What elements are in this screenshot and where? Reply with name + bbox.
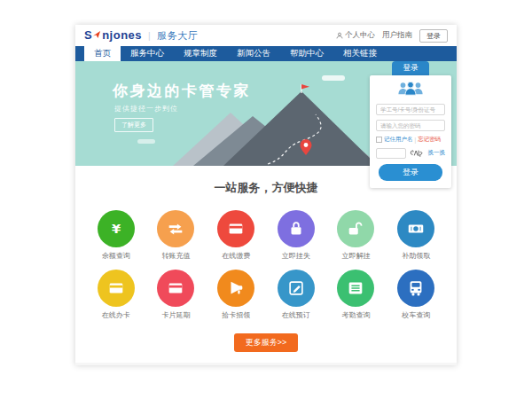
more-services-wrap: 更多服务>>: [75, 332, 457, 352]
logo-arrow-icon: [93, 31, 101, 39]
user-guide-label: 用户指南: [382, 30, 412, 41]
password-input[interactable]: [376, 120, 445, 131]
personal-center-label: 个人中心: [345, 30, 375, 41]
service-item-6[interactable]: 在线办卡: [86, 270, 146, 320]
header-right: 个人中心 用户指南 登录: [336, 29, 448, 43]
service-item-9[interactable]: 在线预订: [266, 270, 326, 320]
service-item-8[interactable]: 拾卡招领: [206, 270, 266, 320]
bus-icon: [397, 270, 434, 307]
service-label: 立即挂失: [266, 251, 326, 261]
announcements-section: 活动公告，随时知晓 使用指南最新公告更多>>使用指南更多>>: [75, 363, 457, 365]
services-grid: ¥余额查询转账充值在线缴费立即挂失立即解挂补助领取在线办卡卡片延期拾卡招领在线预…: [75, 196, 457, 320]
card-icon: [217, 210, 254, 247]
megaphone-icon: [217, 270, 254, 307]
main-nav: 首页服务中心规章制度新闻公告帮助中心相关链接: [75, 46, 457, 61]
service-item-3[interactable]: 立即挂失: [266, 210, 326, 261]
lock-icon: [278, 210, 315, 247]
separator: |: [415, 137, 417, 143]
card-icon: [157, 270, 194, 307]
edit-icon: [278, 270, 315, 307]
nav-item-1[interactable]: 服务中心: [121, 46, 174, 61]
service-label: 补助领取: [386, 251, 446, 261]
page: S njones | 服务大厅 个人中心 用户指南 登录 首页服务中心规章制度新…: [75, 25, 457, 365]
nav-item-3[interactable]: 新闻公告: [227, 46, 280, 61]
service-label: 在线办卡: [86, 310, 146, 320]
username-input[interactable]: [376, 104, 445, 115]
banknote-icon: [397, 210, 434, 247]
login-form: 记住用户名 | 忘记密码 换一换 登录: [370, 75, 451, 188]
service-item-5[interactable]: 补助领取: [386, 210, 446, 261]
service-label: 在线预订: [266, 310, 326, 320]
more-services-button[interactable]: 更多服务>>: [234, 333, 299, 352]
service-label: 立即解挂: [326, 251, 387, 261]
hero-cta-button[interactable]: 了解更多: [114, 118, 153, 132]
remember-row: 记住用户名 | 忘记密码: [376, 136, 445, 144]
users-group-icon: [376, 81, 445, 99]
forgot-password-link[interactable]: 忘记密码: [418, 136, 441, 144]
unlock-icon: [337, 210, 374, 247]
captcha-input[interactable]: [376, 148, 406, 159]
yen-icon: ¥: [98, 210, 135, 247]
service-item-2[interactable]: 在线缴费: [206, 210, 266, 261]
list-icon: [337, 270, 374, 307]
nav-item-5[interactable]: 相关链接: [333, 46, 387, 61]
cloud-decoration: [137, 139, 155, 144]
service-label: 转账充值: [146, 251, 207, 261]
logo-text-2: njones: [102, 28, 142, 42]
logo-suffix: 服务大厅: [157, 29, 198, 43]
header-login-button[interactable]: 登录: [419, 29, 448, 43]
user-icon: [336, 32, 343, 39]
service-item-1[interactable]: 转账充值: [146, 210, 207, 261]
user-guide-link[interactable]: 用户指南: [382, 30, 412, 41]
captcha-row: 换一换: [376, 147, 445, 159]
service-label: 卡片延期: [146, 310, 207, 320]
service-item-10[interactable]: 考勤查询: [326, 270, 387, 320]
mountain-illustration: [168, 84, 381, 166]
service-item-7[interactable]: 卡片延期: [146, 270, 207, 320]
service-label: 在线缴费: [206, 251, 266, 261]
svg-text:¥: ¥: [112, 221, 121, 236]
nav-item-0[interactable]: 首页: [84, 46, 121, 61]
captcha-refresh-link[interactable]: 换一换: [428, 149, 446, 157]
nav-item-2[interactable]: 规章制度: [174, 46, 227, 61]
login-panel: 登录 记住用户名 | 忘记密码: [370, 61, 451, 188]
captcha-image[interactable]: [409, 147, 426, 159]
service-label: 校车查询: [386, 310, 446, 320]
cloud-decoration: [322, 75, 345, 81]
service-label: 考勤查询: [326, 310, 387, 320]
service-item-11[interactable]: 校车查询: [386, 270, 446, 320]
header: S njones | 服务大厅 个人中心 用户指南 登录: [75, 25, 457, 46]
service-label: 拾卡招领: [206, 310, 266, 320]
service-item-0[interactable]: ¥余额查询: [86, 210, 146, 261]
remember-label[interactable]: 记住用户名: [384, 136, 413, 144]
service-label: 余额查询: [86, 251, 146, 261]
login-tab[interactable]: 登录: [392, 61, 429, 75]
card-icon: [98, 270, 135, 307]
personal-center-link[interactable]: 个人中心: [336, 30, 375, 41]
services-section: 一站服务，方便快捷 ¥余额查询转账充值在线缴费立即挂失立即解挂补助领取在线办卡卡…: [75, 166, 457, 352]
service-item-4[interactable]: 立即解挂: [326, 210, 387, 261]
transfer-arrows-icon: [157, 210, 194, 247]
login-submit-button[interactable]: 登录: [379, 164, 442, 181]
logo-divider: |: [148, 31, 151, 41]
nav-item-4[interactable]: 帮助中心: [280, 46, 333, 61]
logo-text-1: S: [84, 28, 92, 42]
logo[interactable]: S njones | 服务大厅: [84, 28, 198, 43]
remember-checkbox[interactable]: [376, 137, 382, 143]
